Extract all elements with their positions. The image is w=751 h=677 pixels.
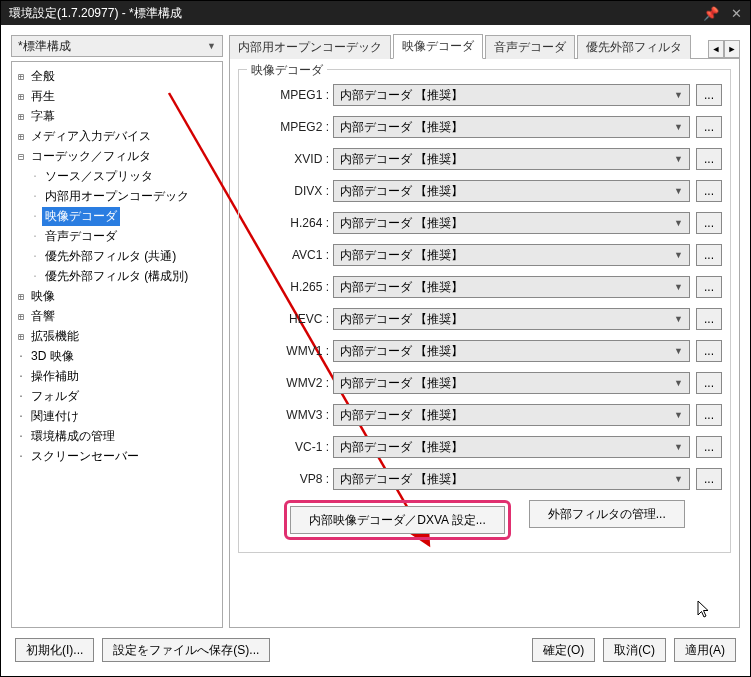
tree-item[interactable]: ⊞全般: [14, 66, 220, 86]
tab-scroll-left[interactable]: ◄: [708, 40, 724, 58]
chevron-down-icon: ▼: [674, 154, 683, 164]
tree-item[interactable]: ·操作補助: [14, 366, 220, 386]
tree-toggle-icon[interactable]: ⊞: [14, 71, 28, 82]
tree-item[interactable]: ⊞映像: [14, 286, 220, 306]
tree-toggle-icon[interactable]: ⊞: [14, 131, 28, 142]
decoder-more-button[interactable]: ...: [696, 180, 722, 202]
tree-item[interactable]: ⊞メディア入力デバイス: [14, 126, 220, 146]
tree-toggle-icon[interactable]: ⊟: [14, 151, 28, 162]
decoder-select[interactable]: 内部デコーダ 【推奨】▼: [333, 404, 690, 426]
tree-toggle-icon[interactable]: ·: [14, 431, 28, 442]
decoder-more-button[interactable]: ...: [696, 436, 722, 458]
chevron-down-icon: ▼: [674, 282, 683, 292]
decoder-select[interactable]: 内部デコーダ 【推奨】▼: [333, 340, 690, 362]
decoder-more-button[interactable]: ...: [696, 308, 722, 330]
tree-item[interactable]: ⊟コーデック／フィルタ: [14, 146, 220, 166]
tree-toggle-icon[interactable]: ⊞: [14, 91, 28, 102]
decoder-label: WMV2 :: [247, 376, 333, 390]
decoder-select[interactable]: 内部デコーダ 【推奨】▼: [333, 436, 690, 458]
tree-toggle-icon[interactable]: ·: [14, 371, 28, 382]
decoder-row: H.265 :内部デコーダ 【推奨】▼...: [247, 276, 722, 298]
tab[interactable]: 内部用オープンコーデック: [229, 35, 391, 59]
tab-panel: 映像デコーダ MPEG1 :内部デコーダ 【推奨】▼...MPEG2 :内部デコ…: [229, 59, 740, 628]
decoder-more-button[interactable]: ...: [696, 148, 722, 170]
tree-item[interactable]: ·フォルダ: [14, 386, 220, 406]
decoder-select[interactable]: 内部デコーダ 【推奨】▼: [333, 372, 690, 394]
tree-toggle-icon[interactable]: ⊞: [14, 331, 28, 342]
footer-bar: 初期化(I)... 設定をファイルへ保存(S)... 確定(O) 取消(C) 適…: [11, 628, 740, 666]
tree-branch-icon: ·: [28, 171, 42, 182]
chevron-down-icon: ▼: [674, 410, 683, 420]
decoder-value: 内部デコーダ 【推奨】: [340, 215, 463, 232]
decoder-value: 内部デコーダ 【推奨】: [340, 311, 463, 328]
apply-button[interactable]: 適用(A): [674, 638, 736, 662]
chevron-down-icon: ▼: [674, 474, 683, 484]
decoder-more-button[interactable]: ...: [696, 340, 722, 362]
decoder-select[interactable]: 内部デコーダ 【推奨】▼: [333, 468, 690, 490]
tree-toggle-icon[interactable]: ·: [14, 411, 28, 422]
tree-toggle-icon[interactable]: ⊞: [14, 111, 28, 122]
decoder-more-button[interactable]: ...: [696, 84, 722, 106]
tree-toggle-icon[interactable]: ·: [14, 451, 28, 462]
decoder-select[interactable]: 内部デコーダ 【推奨】▼: [333, 84, 690, 106]
tree-item[interactable]: ·関連付け: [14, 406, 220, 426]
chevron-down-icon: ▼: [674, 186, 683, 196]
decoder-more-button[interactable]: ...: [696, 276, 722, 298]
tree-item[interactable]: ·ソース／スプリッタ: [14, 166, 220, 186]
tree-item[interactable]: ·内部用オープンコーデック: [14, 186, 220, 206]
tab[interactable]: 音声デコーダ: [485, 35, 575, 59]
tab[interactable]: 映像デコーダ: [393, 34, 483, 59]
decoder-more-button[interactable]: ...: [696, 372, 722, 394]
decoder-more-button[interactable]: ...: [696, 404, 722, 426]
tree-item[interactable]: ·優先外部フィルタ (共通): [14, 246, 220, 266]
decoder-more-button[interactable]: ...: [696, 468, 722, 490]
tree-item-label: 全般: [28, 67, 58, 86]
decoder-select[interactable]: 内部デコーダ 【推奨】▼: [333, 276, 690, 298]
decoder-more-button[interactable]: ...: [696, 116, 722, 138]
tree-toggle-icon[interactable]: ⊞: [14, 311, 28, 322]
tree-toggle-icon[interactable]: ·: [14, 351, 28, 362]
tab-scroll-right[interactable]: ►: [724, 40, 740, 58]
decoder-select[interactable]: 内部デコーダ 【推奨】▼: [333, 212, 690, 234]
tree-toggle-icon[interactable]: ·: [14, 391, 28, 402]
init-button[interactable]: 初期化(I)...: [15, 638, 94, 662]
preset-select[interactable]: *標準構成 ▼: [11, 35, 223, 57]
decoder-select[interactable]: 内部デコーダ 【推奨】▼: [333, 180, 690, 202]
dxva-settings-button[interactable]: 内部映像デコーダ／DXVA 設定...: [290, 506, 504, 534]
tree-item[interactable]: ·環境構成の管理: [14, 426, 220, 446]
tree-item[interactable]: ·映像デコーダ: [14, 206, 220, 226]
tree-toggle-icon[interactable]: ⊞: [14, 291, 28, 302]
decoder-select[interactable]: 内部デコーダ 【推奨】▼: [333, 308, 690, 330]
decoder-more-button[interactable]: ...: [696, 244, 722, 266]
category-tree[interactable]: ⊞全般⊞再生⊞字幕⊞メディア入力デバイス⊟コーデック／フィルタ·ソース／スプリッ…: [11, 61, 223, 628]
tree-item[interactable]: ·3D 映像: [14, 346, 220, 366]
ok-button[interactable]: 確定(O): [532, 638, 595, 662]
decoder-row: MPEG2 :内部デコーダ 【推奨】▼...: [247, 116, 722, 138]
cancel-button[interactable]: 取消(C): [603, 638, 666, 662]
tree-item[interactable]: ⊞字幕: [14, 106, 220, 126]
decoder-value: 内部デコーダ 【推奨】: [340, 407, 463, 424]
preferences-window: 環境設定(1.7.20977) - *標準構成 📌 ✕ *標準構成 ▼ ⊞全般⊞…: [0, 0, 751, 677]
decoder-select[interactable]: 内部デコーダ 【推奨】▼: [333, 116, 690, 138]
save-to-file-button[interactable]: 設定をファイルへ保存(S)...: [102, 638, 270, 662]
tab[interactable]: 優先外部フィルタ: [577, 35, 691, 59]
decoder-select[interactable]: 内部デコーダ 【推奨】▼: [333, 148, 690, 170]
tree-item[interactable]: ⊞再生: [14, 86, 220, 106]
tree-branch-icon: ·: [28, 271, 42, 282]
tree-item[interactable]: ⊞音響: [14, 306, 220, 326]
tree-item[interactable]: ·音声デコーダ: [14, 226, 220, 246]
tree-item-label: フォルダ: [28, 387, 82, 406]
decoder-row: MPEG1 :内部デコーダ 【推奨】▼...: [247, 84, 722, 106]
pin-icon[interactable]: 📌: [703, 6, 719, 21]
tree-item[interactable]: ·優先外部フィルタ (構成別): [14, 266, 220, 286]
tree-item[interactable]: ·スクリーンセーバー: [14, 446, 220, 466]
decoder-label: MPEG1 :: [247, 88, 333, 102]
tree-item-label: ソース／スプリッタ: [42, 167, 156, 186]
close-icon[interactable]: ✕: [731, 6, 742, 21]
decoder-select[interactable]: 内部デコーダ 【推奨】▼: [333, 244, 690, 266]
external-filter-manage-button[interactable]: 外部フィルタの管理...: [529, 500, 685, 528]
tree-item[interactable]: ⊞拡張機能: [14, 326, 220, 346]
decoder-label: VP8 :: [247, 472, 333, 486]
tree-item-label: 映像デコーダ: [42, 207, 120, 226]
decoder-more-button[interactable]: ...: [696, 212, 722, 234]
